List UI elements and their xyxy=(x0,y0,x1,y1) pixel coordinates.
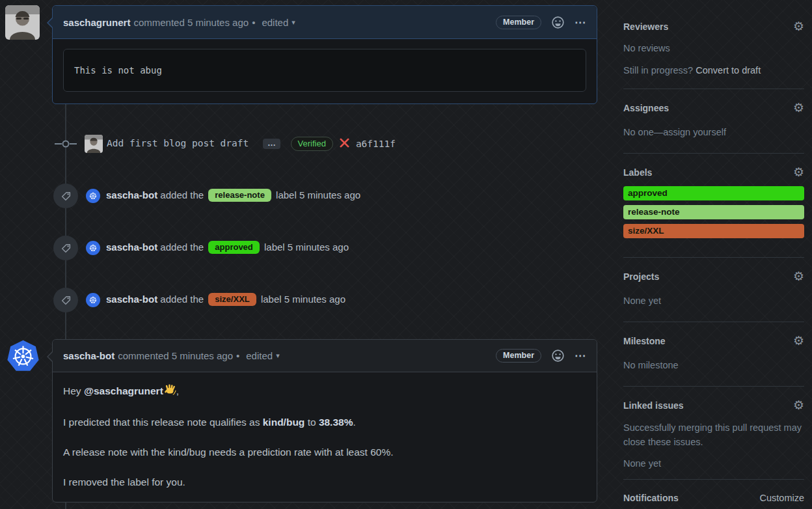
label-pill[interactable]: release-note xyxy=(623,205,804,219)
edited-dropdown[interactable]: edited ▾ xyxy=(246,350,279,361)
pr-sidebar: Reviewers ⚙ No reviews Still in progress… xyxy=(623,20,804,509)
verified-badge[interactable]: Verified xyxy=(291,137,333,151)
tag-icon xyxy=(53,236,78,260)
commit-message-link[interactable]: Add first blog post draft xyxy=(107,138,249,148)
event-author[interactable]: sascha-bot xyxy=(106,189,157,200)
reviewers-empty: No reviews xyxy=(623,42,804,55)
text-segment: . xyxy=(353,417,355,428)
linked-issues-description: Successfully merging this pull request m… xyxy=(623,420,804,449)
sidebar-section-projects: Projects ⚙ None yet xyxy=(623,258,804,322)
projects-empty: None yet xyxy=(623,294,804,307)
ci-failure-x-icon[interactable] xyxy=(340,138,349,150)
gear-icon[interactable]: ⚙ xyxy=(793,271,804,282)
text-segment-bold: kind/bug xyxy=(263,417,305,428)
kubernetes-logo-icon xyxy=(6,339,40,374)
sidebar-section-assignees: Assignees ⚙ No one—assign yourself xyxy=(623,89,804,154)
avatar-sascha-bot[interactable] xyxy=(86,241,100,255)
section-title: Notifications xyxy=(623,493,679,503)
gear-icon[interactable]: ⚙ xyxy=(793,167,804,178)
event-text: sascha-bot added the size/XXL label 5 mi… xyxy=(106,293,345,306)
comment-timestamp[interactable]: 5 minutes ago xyxy=(172,350,233,361)
paragraph: I predicted that this release note quali… xyxy=(63,415,586,430)
text-segment: Hey xyxy=(63,385,84,396)
commit-expand-button[interactable]: … xyxy=(263,139,280,149)
section-title: Linked issues xyxy=(623,400,684,411)
paragraph: A release note with the kind/bug needs a… xyxy=(63,445,586,460)
add-reaction-icon[interactable] xyxy=(552,16,564,29)
event-prefix: added the xyxy=(157,294,206,305)
label-pill[interactable]: size/XXL xyxy=(208,293,256,306)
labels-list: approved release-note size/XXL xyxy=(623,186,804,238)
avatar-sascha-bot[interactable] xyxy=(6,339,40,374)
label-pill[interactable]: approved xyxy=(623,186,804,200)
avatar-sascha-bot[interactable] xyxy=(86,189,100,203)
convert-to-draft-link[interactable]: Convert to draft xyxy=(696,65,761,76)
comment-body: Hey @saschagrunert, I predicted that thi… xyxy=(53,372,597,501)
milestone-empty: No milestone xyxy=(623,359,804,372)
person-portrait-icon xyxy=(5,5,40,40)
edited-dropdown[interactable]: edited ▾ xyxy=(262,17,295,28)
comment-author[interactable]: saschagrunert xyxy=(63,17,130,28)
event-prefix: added the xyxy=(157,241,206,253)
section-title: Milestone xyxy=(623,336,666,346)
kubernetes-wheel-icon xyxy=(88,295,98,305)
section-title: Projects xyxy=(623,271,659,282)
chevron-down-icon: ▾ xyxy=(291,18,295,27)
text-segment: I predicted that this release note quali… xyxy=(63,417,263,428)
event-text: sascha-bot added the release-note label … xyxy=(106,189,360,202)
comment-action: commented xyxy=(133,17,184,28)
label-event: sascha-bot added the release-note label … xyxy=(0,184,610,208)
label-event: sascha-bot added the approved label 5 mi… xyxy=(0,236,610,260)
assignees-empty-text: No one— xyxy=(623,127,663,137)
section-title: Assignees xyxy=(623,103,669,113)
member-badge: Member xyxy=(496,16,541,29)
comment-sascha-bot: sascha-bot commented 5 minutes ago • edi… xyxy=(52,339,597,502)
text-segment: , xyxy=(176,385,179,396)
label-pill[interactable]: release-note xyxy=(208,189,271,202)
kebab-menu-icon[interactable]: ⋯ xyxy=(575,349,586,363)
event-suffix: label 5 minutes ago xyxy=(262,241,349,253)
label-pill[interactable]: approved xyxy=(208,241,260,254)
gear-icon[interactable]: ⚙ xyxy=(793,335,804,347)
label-pill[interactable]: size/XXL xyxy=(623,224,804,238)
avatar-sascha-bot[interactable] xyxy=(86,293,100,307)
kebab-menu-icon[interactable]: ⋯ xyxy=(575,16,586,29)
section-title: Labels xyxy=(623,167,652,178)
label-event: sascha-bot added the size/XXL label 5 mi… xyxy=(0,288,610,312)
commit-author-avatar[interactable] xyxy=(85,135,103,153)
sidebar-section-linked-issues: Linked issues ⚙ Successfully merging thi… xyxy=(623,387,804,480)
edited-label: edited xyxy=(246,350,273,361)
event-author[interactable]: sascha-bot xyxy=(106,294,157,305)
chevron-down-icon: ▾ xyxy=(276,351,280,360)
commit-sha-link[interactable]: a6f111f xyxy=(356,139,396,149)
separator-dot: • xyxy=(252,17,255,28)
sidebar-section-notifications: Notifications Customize xyxy=(623,480,804,509)
comment-header: sascha-bot commented 5 minutes ago • edi… xyxy=(53,340,597,372)
edited-label: edited xyxy=(262,17,288,28)
add-reaction-icon[interactable] xyxy=(552,350,564,362)
comment-saschagrunert: saschagrunert commented 5 minutes ago • … xyxy=(52,5,597,104)
person-portrait-icon xyxy=(85,135,103,153)
paragraph: Hey @saschagrunert, xyxy=(63,383,586,400)
assign-yourself-link[interactable]: assign yourself xyxy=(663,127,726,137)
text-segment: to xyxy=(304,417,319,428)
comment-author[interactable]: sascha-bot xyxy=(63,350,115,361)
gear-icon[interactable]: ⚙ xyxy=(793,21,804,33)
customize-link[interactable]: Customize xyxy=(760,493,805,503)
comment-timestamp[interactable]: 5 minutes ago xyxy=(187,17,249,28)
comment-action: commented xyxy=(118,350,169,361)
paragraph: I removed the label for you. xyxy=(63,475,586,490)
sidebar-section-milestone: Milestone ⚙ No milestone xyxy=(623,322,804,387)
member-badge: Member xyxy=(496,349,541,363)
avatar-saschagrunert[interactable] xyxy=(5,5,40,40)
comment-header: saschagrunert commented 5 minutes ago • … xyxy=(53,6,597,39)
linked-issues-empty: None yet xyxy=(623,457,804,470)
code-block: This is not abug xyxy=(63,49,586,92)
event-suffix: label 5 minutes ago xyxy=(273,189,360,200)
waving-hand-emoji-icon xyxy=(165,384,176,400)
gear-icon[interactable]: ⚙ xyxy=(793,400,804,411)
gear-icon[interactable]: ⚙ xyxy=(793,102,804,114)
event-author[interactable]: sascha-bot xyxy=(106,241,157,253)
user-mention-link[interactable]: @saschagrunert xyxy=(84,385,163,396)
comment-body: This is not abug xyxy=(53,39,597,104)
